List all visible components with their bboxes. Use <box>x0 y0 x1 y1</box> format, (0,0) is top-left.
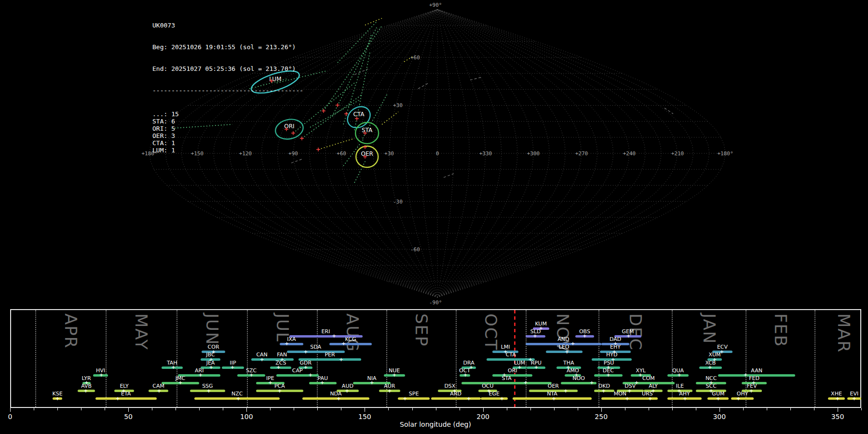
month-label: OCT <box>481 313 501 351</box>
shower-label-DEC: DEC <box>603 367 614 374</box>
month-separator <box>814 310 815 407</box>
shower-label-IIP: IIP <box>230 360 236 366</box>
shower-label-AVB: AVB <box>81 383 92 389</box>
month-label: FEB <box>771 313 790 347</box>
month-separator <box>176 310 177 407</box>
axis-tick <box>34 408 34 410</box>
shower-bar-ZCS <box>270 366 291 369</box>
shower-label-LEO: LEO <box>559 344 570 350</box>
shower-label-ARI: ARI <box>195 367 203 374</box>
shower-label-ELY: ELY <box>120 383 128 389</box>
shower-peak-marker: + <box>590 379 594 386</box>
axis-tick <box>128 408 129 412</box>
shower-label-IXA: IXA <box>287 336 296 342</box>
shower-label-EGE: EGE <box>489 391 500 397</box>
axis-tick <box>246 408 247 412</box>
shower-label-PER: PER <box>325 352 335 358</box>
axis-tick <box>814 408 814 410</box>
axis-tick <box>530 408 531 410</box>
axis-tick-label: 100 <box>240 413 253 420</box>
axis-tick-label: 350 <box>831 413 844 420</box>
shower-label-CAN: CAN <box>256 352 267 358</box>
shower-label-KSE: KSE <box>53 391 63 397</box>
axis-tick <box>294 408 294 410</box>
shower-label-AMO: AMO <box>567 367 579 374</box>
shower-label-SZC: SZC <box>246 367 257 374</box>
axis-tick <box>176 408 176 410</box>
shower-count-list: ...: 15STA: 6ORI: 5OER: 3CTA: 1LUM: 1 <box>152 110 303 154</box>
axis-tick-label: 200 <box>476 413 489 420</box>
shower-label-GEM: GEM <box>622 328 634 335</box>
axis-tick <box>152 408 152 410</box>
shower-label-HVI: HVI <box>96 367 105 374</box>
shower-label-AUD: AUD <box>342 383 353 389</box>
shower-bar-ETA <box>95 397 157 400</box>
shower-bar-URS <box>637 397 658 400</box>
shower-label-PAU: PAU <box>318 375 328 381</box>
axis-tick <box>625 408 625 410</box>
shower-label-ETA: ETA <box>121 391 131 397</box>
shower-label-SSG: SSG <box>202 383 213 389</box>
axis-tick-label: 50 <box>124 413 133 420</box>
month-label: AUG <box>343 313 362 353</box>
shower-bar-LEO <box>546 351 583 353</box>
shower-label-FED: FED <box>749 375 760 381</box>
shower-label-DRA: DRA <box>463 360 474 366</box>
axis-tick <box>578 408 578 410</box>
shower-label-LMI: LMI <box>501 344 510 350</box>
shower-bar-MON <box>601 397 639 400</box>
shower-label-XHE: XHE <box>831 391 842 397</box>
shower-label-DAD: DAD <box>610 336 621 342</box>
month-label: SEP <box>412 313 431 347</box>
month-separator <box>106 310 107 407</box>
shower-label-NIA: NIA <box>367 375 377 381</box>
shower-label-JMC: JMC <box>176 375 185 381</box>
axis-tick-label: 300 <box>713 413 726 420</box>
observation-header: UK0073 Beg: 20251026 19:01:55 (sol = 213… <box>152 7 303 161</box>
shower-label-FAN: FAN <box>277 352 287 358</box>
axis-tick <box>365 408 365 412</box>
activity-timeline: Solar longitude (deg) APRMAYJUNJULAUGSEP… <box>0 0 868 434</box>
axis-tick <box>341 408 341 410</box>
x-axis-title: Solar longitude (deg) <box>400 420 471 428</box>
divider: ---------------------------------------- <box>152 87 303 94</box>
shower-label-THA: THA <box>563 360 574 366</box>
axis-tick <box>861 408 862 410</box>
shower-peak-marker: + <box>467 395 471 402</box>
shower-bar-ORI <box>492 374 532 377</box>
shower-label-XUM: XUM <box>708 352 720 358</box>
axis-tick <box>554 408 555 410</box>
shower-label-NZC: NZC <box>231 391 243 397</box>
shower-bar-IXA <box>280 343 303 345</box>
axis-tick-label: 150 <box>358 413 371 420</box>
month-label: MAY <box>132 313 151 351</box>
shower-bar-OHY <box>731 397 754 400</box>
month-separator <box>35 310 36 407</box>
axis-tick-label: 250 <box>595 413 608 420</box>
shower-peak-marker: + <box>403 395 407 402</box>
axis-tick-label: 0 <box>8 413 13 420</box>
shower-label-LYR: LYR <box>82 375 91 381</box>
shower-label-RPU: RPU <box>531 360 542 366</box>
shower-count-line: STA: 6 <box>152 118 303 125</box>
shower-label-ARD: ARD <box>450 391 461 397</box>
shower-count-line: LUM: 1 <box>152 147 303 154</box>
axis-tick <box>649 408 649 410</box>
shower-label-QUA: QUA <box>672 367 684 374</box>
shower-label-OER: OER <box>548 383 559 389</box>
shower-bar-ARD <box>431 397 481 400</box>
shower-label-PSU: PSU <box>604 360 614 366</box>
shower-label-OBS: OBS <box>579 328 590 335</box>
shower-label-HYD: HYD <box>606 352 617 358</box>
shower-label-XYL: XYL <box>636 367 646 374</box>
shower-count-line: OER: 3 <box>152 132 303 139</box>
axis-tick <box>10 408 11 412</box>
shower-label-AHY: AHY <box>679 391 690 397</box>
axis-tick <box>317 408 318 410</box>
shower-label-DSV: DSV <box>624 383 636 389</box>
axis-tick <box>57 408 58 410</box>
shower-label-ERI: ERI <box>322 328 330 335</box>
axis-tick <box>672 408 673 410</box>
shower-label-SCC: SCC <box>706 383 717 389</box>
shower-label-MON: MON <box>614 391 626 397</box>
